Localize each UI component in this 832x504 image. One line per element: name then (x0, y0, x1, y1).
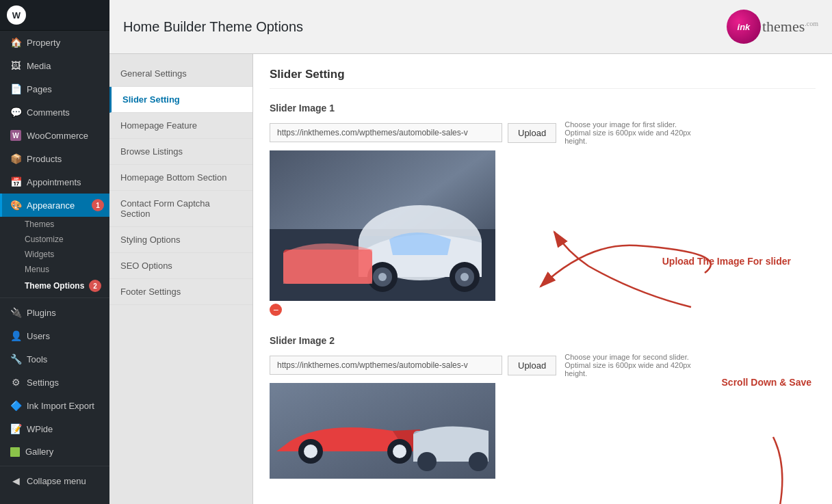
media-icon: 🖼 (10, 60, 21, 71)
sidebar-sub-themes[interactable]: Themes (0, 217, 109, 232)
car-image-1 (270, 150, 495, 301)
ink-icon: 🔷 (10, 400, 21, 411)
svg-point-6 (378, 273, 387, 281)
sidebar-item-label: Products (27, 154, 62, 164)
svg-point-15 (393, 445, 406, 458)
panel-item-seo-options[interactable]: SEO Options (109, 253, 252, 279)
svg-point-9 (460, 273, 469, 281)
collapse-icon: ◀ (10, 475, 21, 486)
slider2-url-input[interactable] (270, 356, 502, 375)
gallery-icon (10, 447, 20, 457)
sidebar-item-pages[interactable]: 📄 Pages (0, 77, 109, 101)
page-title: Home Builder Theme Options (123, 19, 303, 35)
pages-icon: 📄 (10, 83, 21, 94)
svg-point-13 (304, 445, 317, 458)
panel-item-slider-setting[interactable]: Slider Setting (109, 87, 252, 113)
slider1-group: Slider Image 1 Upload Choose your image … (270, 103, 816, 316)
right-panel: Slider Setting Slider Image 1 Upload Cho… (253, 54, 832, 504)
sidebar-item-appearance[interactable]: 🎨 Appearance 1 (0, 194, 109, 217)
sidebar-sub-widgets[interactable]: Widgets (0, 247, 109, 262)
sidebar-sub-menus[interactable]: Menus (0, 262, 109, 277)
slider1-field-row: Upload Choose your image for first slide… (270, 120, 816, 145)
panel-item-contact-form[interactable]: Contact Form Captcha Section (109, 191, 252, 227)
sidebar-item-label: Ink Import Export (27, 401, 94, 411)
plugins-icon: 🔌 (10, 307, 21, 318)
wp-icon: W (7, 5, 26, 25)
content-area: General Settings Slider Setting Homepage… (109, 54, 832, 504)
sidebar-item-gallery[interactable]: Gallery (0, 440, 109, 463)
collapse-label: Collapse menu (27, 476, 86, 486)
slider1-hint: Choose your image for first slider. Opti… (564, 120, 701, 145)
slider2-label: Slider Image 2 (270, 335, 816, 346)
sidebar-item-label: Media (27, 61, 51, 71)
sidebar-item-products[interactable]: 📦 Products (0, 147, 109, 170)
ink-logo: ink themes.com (727, 10, 818, 44)
slider1-image (270, 150, 495, 301)
ink-logo-circle: ink (727, 10, 761, 44)
panel-item-homepage-bottom[interactable]: Homepage Bottom Section (109, 165, 252, 191)
sidebar-item-comments[interactable]: 💬 Comments (0, 101, 109, 124)
sidebar-item-appointments[interactable]: 📅 Appointments (0, 170, 109, 194)
sidebar: W 🏠 Property 🖼 Media 📄 Pages 💬 Comments … (0, 0, 109, 504)
comments-icon: 💬 (10, 107, 21, 118)
sidebar-item-plugins[interactable]: 🔌 Plugins (0, 301, 109, 324)
theme-options-badge: 2 (89, 280, 101, 292)
tools-icon: 🔧 (10, 354, 21, 364)
sidebar-item-property[interactable]: 🏠 Property (0, 31, 109, 54)
panel-item-styling-options[interactable]: Styling Options (109, 227, 252, 253)
appearance-badge: 1 (92, 199, 104, 211)
sidebar-item-ink-import-export[interactable]: 🔷 Ink Import Export (0, 394, 109, 417)
sidebar-item-label: Plugins (27, 308, 56, 318)
sidebar-item-label: Appointments (27, 177, 81, 187)
slider2-upload-button[interactable]: Upload (508, 356, 556, 375)
sidebar-item-media[interactable]: 🖼 Media (0, 54, 109, 77)
users-icon: 👤 (10, 330, 21, 341)
slider1-label: Slider Image 1 (270, 103, 816, 114)
sidebar-item-label: Tools (27, 354, 47, 364)
ink-logo-text: ink (738, 22, 751, 32)
sidebar-item-users[interactable]: 👤 Users (0, 324, 109, 347)
panel-item-general-settings[interactable]: General Settings (109, 61, 252, 87)
sidebar-divider-1 (0, 297, 109, 298)
svg-point-17 (417, 452, 437, 471)
collapse-menu[interactable]: ◀ Collapse menu (0, 469, 109, 492)
ink-brand-text: themes.com (762, 18, 818, 36)
sidebar-item-woocommerce[interactable]: W WooCommerce (0, 124, 109, 147)
settings-icon: ⚙ (10, 377, 21, 388)
property-icon: 🏠 (10, 37, 21, 48)
scroll-annotation: Scroll Down & Save (722, 377, 811, 388)
sidebar-item-label: WPide (27, 424, 53, 434)
sidebar-item-label: Gallery (25, 447, 53, 457)
sidebar-sub-theme-options[interactable]: Theme Options 2 (0, 277, 109, 295)
slider1-upload-button[interactable]: Upload (508, 123, 556, 143)
main-area: Home Builder Theme Options ink themes.co… (109, 0, 832, 504)
car-image-2 (270, 383, 495, 479)
slider1-remove-button[interactable]: − (270, 304, 282, 316)
left-panel: General Settings Slider Setting Homepage… (109, 54, 253, 504)
panel-item-homepage-feature[interactable]: Homepage Feature (109, 113, 252, 139)
ink-brand-label: themes (762, 18, 805, 35)
upload-annotation: Upload The Image For slider (662, 256, 791, 267)
appointments-icon: 📅 (10, 176, 21, 187)
sidebar-item-wpide[interactable]: 📝 WPide (0, 417, 109, 440)
sidebar-item-label: Settings (27, 377, 59, 388)
slider2-group: Slider Image 2 Upload Choose your image … (270, 335, 816, 479)
wp-logo: W (0, 0, 109, 31)
sidebar-item-label: Property (27, 38, 60, 48)
wpide-icon: 📝 (10, 423, 21, 434)
theme-options-label: Theme Options (25, 281, 84, 291)
section-title: Slider Setting (270, 68, 816, 89)
products-icon: 📦 (10, 153, 21, 164)
sidebar-item-settings[interactable]: ⚙ Settings (0, 371, 109, 394)
sidebar-item-label: Pages (27, 84, 52, 94)
ink-com-label: .com (805, 20, 818, 27)
panel-item-footer-settings[interactable]: Footer Settings (109, 279, 252, 305)
sidebar-sub-customize[interactable]: Customize (0, 232, 109, 247)
slider2-field-row: Upload Choose your image for second slid… (270, 353, 816, 377)
panel-item-browse-listings[interactable]: Browse Listings (109, 139, 252, 165)
slider1-url-input[interactable] (270, 123, 502, 142)
sidebar-item-label: Users (27, 331, 50, 341)
sidebar-item-tools[interactable]: 🔧 Tools (0, 347, 109, 371)
sidebar-item-label: Comments (27, 107, 70, 118)
sidebar-item-label: Appearance (27, 200, 75, 211)
